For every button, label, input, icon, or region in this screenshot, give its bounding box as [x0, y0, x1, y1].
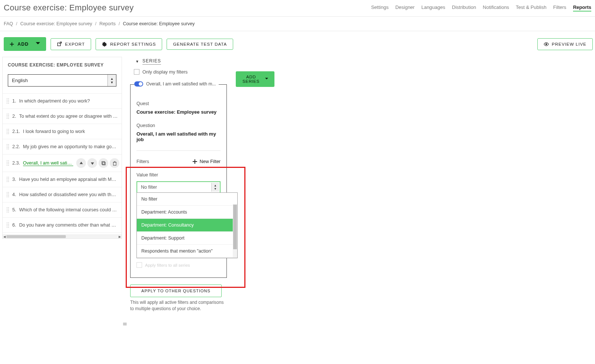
- apply-to-other-questions-button[interactable]: APPLY TO OTHER QUESTIONS: [130, 285, 222, 297]
- horizontal-scrollbar[interactable]: ◀ ▶: [3, 234, 122, 238]
- drag-handle-icon[interactable]: [6, 192, 9, 198]
- breadcrumb: FAQ/Course exercise: Employee survey/Rep…: [0, 17, 595, 31]
- gear-icon: [102, 42, 107, 47]
- question-item[interactable]: 2.To what extent do you agree or disagre…: [3, 109, 122, 124]
- report-settings-label: REPORT SETTINGS: [110, 42, 156, 46]
- apply-all-series-label: Apply filters to all series: [145, 263, 190, 267]
- move-down-icon[interactable]: [87, 158, 97, 168]
- topnav-languages[interactable]: Languages: [421, 4, 445, 12]
- question-item[interactable]: 1.In which department do you work?: [3, 94, 122, 109]
- question-value: Overall, I am well satisfied with my job: [136, 131, 221, 142]
- divider: [136, 150, 221, 151]
- drag-handle-icon[interactable]: [6, 144, 9, 150]
- value-filter-dropdown: No filterDepartment: AccountsDepartment:…: [136, 192, 238, 258]
- topnav-settings[interactable]: Settings: [371, 4, 389, 12]
- sidebar-head: COURSE EXERCISE: EMPLOYEE SURVEY English…: [3, 57, 122, 90]
- only-my-filters-row[interactable]: Only display my filters: [130, 68, 227, 80]
- toolbar-left: ADD EXPORT REPORT SETTINGS GENERATE TEST…: [4, 37, 233, 51]
- series-toggle[interactable]: [134, 81, 143, 87]
- drag-handle-icon[interactable]: [6, 176, 9, 182]
- row-actions: [76, 158, 119, 168]
- question-item[interactable]: 3.Have you held an employee appraisal wi…: [3, 172, 122, 187]
- copy-icon[interactable]: [99, 158, 108, 168]
- breadcrumb-item[interactable]: FAQ: [4, 21, 13, 26]
- topnav-test-publish[interactable]: Test & Publish: [516, 4, 546, 12]
- question-text: To what extent do you agree or disagree …: [19, 114, 118, 119]
- add-series-button[interactable]: ADD SERIES: [236, 71, 274, 87]
- apply-note: This will apply all active filters and c…: [130, 299, 227, 312]
- svg-rect-5: [102, 161, 104, 164]
- drag-handle-icon[interactable]: [6, 129, 9, 134]
- dropdown-scrollbar[interactable]: [233, 204, 237, 258]
- quest-label: Quest: [136, 101, 221, 106]
- svg-rect-4: [102, 162, 105, 165]
- generate-test-button[interactable]: GENERATE TEST DATA: [167, 39, 233, 50]
- scroll-right-icon: ▶: [118, 235, 122, 238]
- topnav-distribution[interactable]: Distribution: [452, 4, 476, 12]
- question-text: Have you held an employee appraisal with…: [19, 177, 118, 182]
- add-button[interactable]: ADD: [4, 37, 46, 51]
- dropdown-option[interactable]: Department: Support: [137, 232, 237, 245]
- question-item[interactable]: 4.How satisfied or dissatisfied were you…: [3, 187, 122, 202]
- drag-handle-icon[interactable]: [6, 207, 9, 213]
- scroll-thumb[interactable]: [6, 235, 66, 238]
- question-text: I look forward to going to work: [23, 129, 85, 134]
- add-series-label: ADD SERIES: [242, 75, 260, 84]
- dropdown-option[interactable]: Department: Consultancy: [137, 219, 237, 232]
- main: COURSE EXERCISE: EMPLOYEE SURVEY English…: [0, 57, 595, 327]
- question-list: 1.In which department do you work?2.To w…: [3, 93, 122, 233]
- plus-icon: [192, 159, 197, 164]
- value-filter-select[interactable]: No filter ▲▼ No filterDepartment: Accoun…: [136, 181, 221, 193]
- breadcrumb-item[interactable]: Course exercise: Employee survey: [20, 21, 92, 26]
- series-left-col: Only display my filters Overall, I am we…: [130, 68, 227, 312]
- drag-handle-icon[interactable]: [6, 113, 9, 119]
- filters-header: Filters New Filter: [136, 159, 221, 164]
- page-title: Course exercise: Employee survey: [4, 3, 134, 13]
- eye-icon: [544, 42, 549, 47]
- new-filter-button[interactable]: New Filter: [192, 159, 221, 164]
- question-number: 5.: [12, 207, 16, 212]
- generate-test-label: GENERATE TEST DATA: [173, 42, 227, 46]
- topnav-filters[interactable]: Filters: [553, 4, 566, 12]
- add-label: ADD: [17, 42, 29, 47]
- question-number: 6.: [12, 222, 16, 228]
- question-item[interactable]: 2.3.Overall, I am well satisfi...: [3, 155, 122, 172]
- top-bar: Course exercise: Employee survey Setting…: [0, 0, 595, 14]
- breadcrumb-item[interactable]: Reports: [99, 21, 116, 26]
- report-settings-button[interactable]: REPORT SETTINGS: [96, 38, 162, 50]
- topnav-designer[interactable]: Designer: [395, 4, 415, 12]
- series-legend-chip[interactable]: Overall, I am well satisfied with m...: [134, 81, 219, 87]
- preview-live-button[interactable]: PREVIEW LIVE: [537, 38, 593, 50]
- export-icon: [57, 42, 62, 47]
- series-label: SERIES: [142, 58, 161, 65]
- drag-handle-icon[interactable]: [6, 98, 9, 104]
- breadcrumb-sep: /: [119, 21, 120, 26]
- quest-value: Course exercise: Employee survey: [136, 109, 221, 115]
- question-item[interactable]: 2.2.My job gives me an opportunity to ma…: [3, 139, 122, 155]
- topnav-reports[interactable]: Reports: [573, 4, 591, 12]
- dropdown-option[interactable]: No filter: [137, 193, 237, 206]
- apply-all-series-row[interactable]: Apply filters to all series: [136, 262, 221, 268]
- drag-handle-icon[interactable]: [6, 160, 9, 166]
- export-button[interactable]: EXPORT: [51, 38, 91, 50]
- dropdown-option[interactable]: Respondents that mention "action": [137, 245, 237, 258]
- plus-icon: [9, 42, 15, 47]
- question-item[interactable]: 5.Which of the following internal course…: [3, 202, 122, 218]
- drag-handle-icon[interactable]: [6, 222, 9, 228]
- scroll-thumb[interactable]: [233, 205, 237, 249]
- move-up-icon[interactable]: [76, 158, 86, 168]
- question-item[interactable]: 6.Do you have any comments other than wh…: [3, 218, 122, 233]
- question-number: 2.3.: [12, 160, 20, 166]
- chevron-down-icon: [265, 77, 268, 81]
- language-select[interactable]: English ▲▼: [8, 74, 116, 87]
- language-value: English: [8, 74, 116, 87]
- delete-icon[interactable]: [110, 158, 119, 168]
- breadcrumb-sep: /: [16, 21, 17, 26]
- select-caret-icon: ▲▼: [211, 183, 219, 192]
- topnav-notifications[interactable]: Notifications: [483, 4, 509, 12]
- export-label: EXPORT: [65, 42, 85, 46]
- svg-point-3: [546, 43, 547, 45]
- series-section-toggle[interactable]: ▼ SERIES: [130, 57, 368, 68]
- question-item[interactable]: 2.1.I look forward to going to work: [3, 124, 122, 139]
- dropdown-option[interactable]: Department: Accounts: [137, 206, 237, 219]
